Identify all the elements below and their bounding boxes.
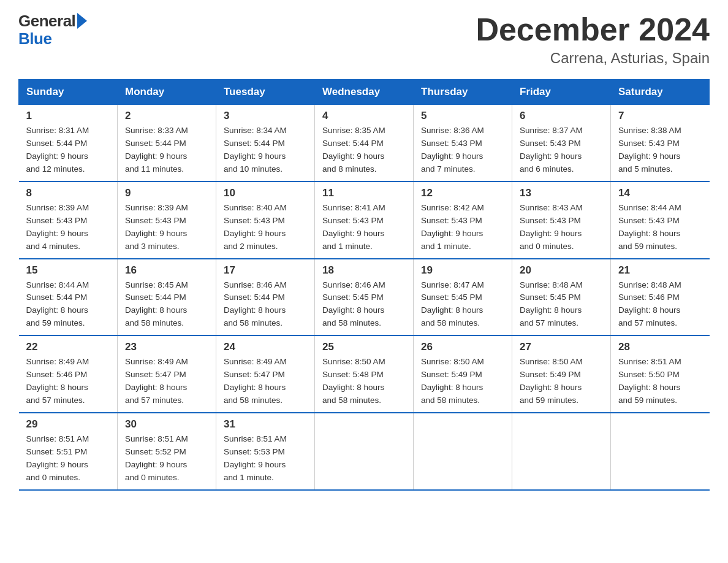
calendar-cell: 1Sunrise: 8:31 AM Sunset: 5:44 PM Daylig… <box>19 105 118 182</box>
day-number: 6 <box>520 110 603 122</box>
day-info: Sunrise: 8:49 AM Sunset: 5:47 PM Dayligh… <box>125 356 208 407</box>
calendar-cell: 7Sunrise: 8:38 AM Sunset: 5:43 PM Daylig… <box>611 105 710 182</box>
day-info: Sunrise: 8:31 AM Sunset: 5:44 PM Dayligh… <box>26 124 110 176</box>
day-number: 16 <box>125 264 208 277</box>
day-info: Sunrise: 8:39 AM Sunset: 5:43 PM Dayligh… <box>125 202 208 253</box>
page-title: December 2024 <box>476 12 710 47</box>
day-number: 4 <box>322 110 406 122</box>
calendar-cell: 31Sunrise: 8:51 AM Sunset: 5:53 PM Dayli… <box>216 413 315 490</box>
header-thursday: Thursday <box>414 80 512 105</box>
day-number: 5 <box>421 110 504 122</box>
calendar-cell: 24Sunrise: 8:49 AM Sunset: 5:47 PM Dayli… <box>216 335 315 413</box>
day-number: 15 <box>26 264 110 277</box>
logo-triangle-icon <box>77 13 87 29</box>
calendar-cell: 30Sunrise: 8:51 AM Sunset: 5:52 PM Dayli… <box>118 413 216 490</box>
header-tuesday: Tuesday <box>216 80 315 105</box>
day-number: 23 <box>125 341 208 353</box>
day-info: Sunrise: 8:39 AM Sunset: 5:43 PM Dayligh… <box>26 202 110 253</box>
day-info: Sunrise: 8:44 AM Sunset: 5:43 PM Dayligh… <box>618 202 702 253</box>
calendar-table: SundayMondayTuesdayWednesdayThursdayFrid… <box>18 79 710 490</box>
calendar-cell: 19Sunrise: 8:47 AM Sunset: 5:45 PM Dayli… <box>414 259 512 336</box>
day-number: 22 <box>26 341 110 353</box>
day-info: Sunrise: 8:46 AM Sunset: 5:45 PM Dayligh… <box>322 279 406 331</box>
calendar-cell: 9Sunrise: 8:39 AM Sunset: 5:43 PM Daylig… <box>118 182 216 259</box>
calendar-cell: 14Sunrise: 8:44 AM Sunset: 5:43 PM Dayli… <box>611 182 710 259</box>
calendar-cell: 5Sunrise: 8:36 AM Sunset: 5:43 PM Daylig… <box>414 105 512 182</box>
day-info: Sunrise: 8:41 AM Sunset: 5:43 PM Dayligh… <box>322 202 406 253</box>
day-number: 9 <box>125 187 208 199</box>
calendar-cell: 13Sunrise: 8:43 AM Sunset: 5:43 PM Dayli… <box>512 182 611 259</box>
logo-blue: Blue <box>18 30 87 48</box>
day-number: 20 <box>520 264 603 277</box>
day-info: Sunrise: 8:40 AM Sunset: 5:43 PM Dayligh… <box>224 202 307 253</box>
day-info: Sunrise: 8:37 AM Sunset: 5:43 PM Dayligh… <box>520 124 603 176</box>
calendar-cell: 21Sunrise: 8:48 AM Sunset: 5:46 PM Dayli… <box>611 259 710 336</box>
title-area: December 2024 Carrena, Asturias, Spain <box>476 12 710 67</box>
week-row-2: 8Sunrise: 8:39 AM Sunset: 5:43 PM Daylig… <box>19 182 710 259</box>
day-number: 7 <box>618 110 702 122</box>
calendar-cell: 16Sunrise: 8:45 AM Sunset: 5:44 PM Dayli… <box>118 259 216 336</box>
day-info: Sunrise: 8:44 AM Sunset: 5:44 PM Dayligh… <box>26 279 110 331</box>
day-info: Sunrise: 8:38 AM Sunset: 5:43 PM Dayligh… <box>618 124 702 176</box>
calendar-cell: 15Sunrise: 8:44 AM Sunset: 5:44 PM Dayli… <box>19 259 118 336</box>
day-number: 1 <box>26 110 110 122</box>
week-row-3: 15Sunrise: 8:44 AM Sunset: 5:44 PM Dayli… <box>19 259 710 336</box>
calendar-cell: 10Sunrise: 8:40 AM Sunset: 5:43 PM Dayli… <box>216 182 315 259</box>
day-info: Sunrise: 8:36 AM Sunset: 5:43 PM Dayligh… <box>421 124 504 176</box>
day-number: 8 <box>26 187 110 199</box>
calendar-cell: 12Sunrise: 8:42 AM Sunset: 5:43 PM Dayli… <box>414 182 512 259</box>
logo-general: General <box>18 12 75 30</box>
day-info: Sunrise: 8:51 AM Sunset: 5:51 PM Dayligh… <box>26 433 110 484</box>
calendar-header-row: SundayMondayTuesdayWednesdayThursdayFrid… <box>19 80 710 105</box>
day-info: Sunrise: 8:49 AM Sunset: 5:47 PM Dayligh… <box>224 356 307 407</box>
calendar-cell: 29Sunrise: 8:51 AM Sunset: 5:51 PM Dayli… <box>19 413 118 490</box>
calendar-cell: 20Sunrise: 8:48 AM Sunset: 5:45 PM Dayli… <box>512 259 611 336</box>
day-info: Sunrise: 8:34 AM Sunset: 5:44 PM Dayligh… <box>224 124 307 176</box>
day-number: 10 <box>224 187 307 199</box>
day-number: 19 <box>421 264 504 277</box>
day-number: 18 <box>322 264 406 277</box>
day-info: Sunrise: 8:50 AM Sunset: 5:48 PM Dayligh… <box>322 356 406 407</box>
day-info: Sunrise: 8:50 AM Sunset: 5:49 PM Dayligh… <box>421 356 504 407</box>
day-info: Sunrise: 8:51 AM Sunset: 5:50 PM Dayligh… <box>618 356 702 407</box>
day-info: Sunrise: 8:51 AM Sunset: 5:52 PM Dayligh… <box>125 433 208 484</box>
day-number: 26 <box>421 341 504 353</box>
calendar-cell <box>414 413 512 490</box>
day-info: Sunrise: 8:35 AM Sunset: 5:44 PM Dayligh… <box>322 124 406 176</box>
day-number: 12 <box>421 187 504 199</box>
calendar-cell: 4Sunrise: 8:35 AM Sunset: 5:44 PM Daylig… <box>315 105 414 182</box>
day-info: Sunrise: 8:50 AM Sunset: 5:49 PM Dayligh… <box>520 356 603 407</box>
calendar-cell: 22Sunrise: 8:49 AM Sunset: 5:46 PM Dayli… <box>19 335 118 413</box>
calendar-cell: 6Sunrise: 8:37 AM Sunset: 5:43 PM Daylig… <box>512 105 611 182</box>
header-sunday: Sunday <box>19 80 118 105</box>
day-info: Sunrise: 8:49 AM Sunset: 5:46 PM Dayligh… <box>26 356 110 407</box>
logo: General Blue <box>18 12 87 47</box>
calendar-cell: 8Sunrise: 8:39 AM Sunset: 5:43 PM Daylig… <box>19 182 118 259</box>
day-number: 2 <box>125 110 208 122</box>
day-number: 28 <box>618 341 702 353</box>
day-number: 31 <box>224 418 307 431</box>
day-number: 29 <box>26 418 110 431</box>
calendar-cell: 18Sunrise: 8:46 AM Sunset: 5:45 PM Dayli… <box>315 259 414 336</box>
day-info: Sunrise: 8:33 AM Sunset: 5:44 PM Dayligh… <box>125 124 208 176</box>
day-number: 17 <box>224 264 307 277</box>
week-row-4: 22Sunrise: 8:49 AM Sunset: 5:46 PM Dayli… <box>19 335 710 413</box>
day-number: 30 <box>125 418 208 431</box>
calendar-cell <box>315 413 414 490</box>
header-saturday: Saturday <box>611 80 710 105</box>
week-row-5: 29Sunrise: 8:51 AM Sunset: 5:51 PM Dayli… <box>19 413 710 490</box>
day-number: 11 <box>322 187 406 199</box>
page-subtitle: Carrena, Asturias, Spain <box>476 50 710 67</box>
calendar-cell: 27Sunrise: 8:50 AM Sunset: 5:49 PM Dayli… <box>512 335 611 413</box>
header-friday: Friday <box>512 80 611 105</box>
day-number: 14 <box>618 187 702 199</box>
day-info: Sunrise: 8:45 AM Sunset: 5:44 PM Dayligh… <box>125 279 208 331</box>
calendar-cell <box>512 413 611 490</box>
day-info: Sunrise: 8:47 AM Sunset: 5:45 PM Dayligh… <box>421 279 504 331</box>
day-number: 27 <box>520 341 603 353</box>
page-header: General Blue December 2024 Carrena, Astu… <box>18 12 710 67</box>
day-number: 3 <box>224 110 307 122</box>
day-number: 25 <box>322 341 406 353</box>
week-row-1: 1Sunrise: 8:31 AM Sunset: 5:44 PM Daylig… <box>19 105 710 182</box>
day-number: 24 <box>224 341 307 353</box>
